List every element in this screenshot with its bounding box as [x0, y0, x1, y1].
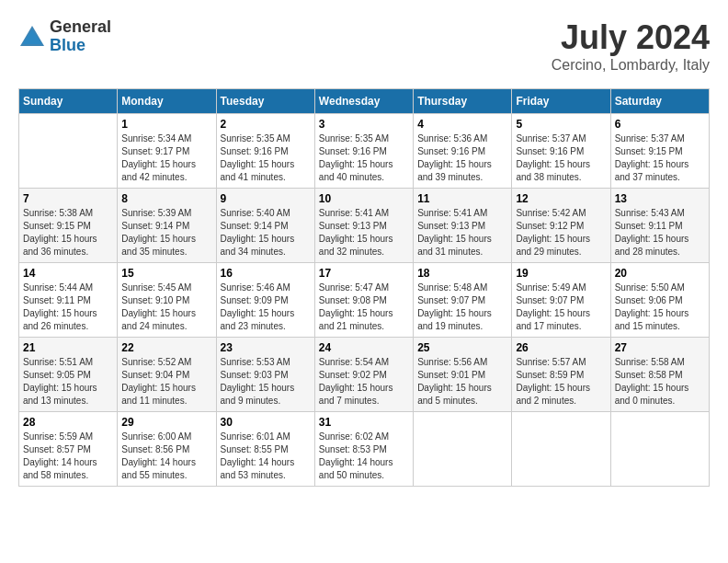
- day-info: Sunrise: 5:37 AMSunset: 9:15 PMDaylight:…: [615, 132, 705, 184]
- day-info: Sunrise: 5:58 AMSunset: 8:58 PMDaylight:…: [615, 356, 705, 408]
- table-row: 22 Sunrise: 5:52 AMSunset: 9:04 PMDaylig…: [118, 338, 216, 412]
- header: General Blue July 2024 Cercino, Lombardy…: [18, 18, 710, 74]
- header-monday: Monday: [118, 89, 216, 114]
- table-row: 7 Sunrise: 5:38 AMSunset: 9:15 PMDayligh…: [19, 189, 118, 263]
- day-info: Sunrise: 5:37 AMSunset: 9:16 PMDaylight:…: [516, 132, 606, 184]
- calendar-week-row: 7 Sunrise: 5:38 AMSunset: 9:15 PMDayligh…: [19, 189, 710, 263]
- header-tuesday: Tuesday: [216, 89, 314, 114]
- svg-marker-1: [22, 29, 42, 44]
- day-number: 24: [319, 341, 409, 354]
- table-row: 8 Sunrise: 5:39 AMSunset: 9:14 PMDayligh…: [118, 189, 216, 263]
- day-info: Sunrise: 5:39 AMSunset: 9:14 PMDaylight:…: [121, 207, 211, 259]
- logo: General Blue: [18, 18, 111, 55]
- table-row: 23 Sunrise: 5:53 AMSunset: 9:03 PMDaylig…: [216, 338, 314, 412]
- table-row: 6 Sunrise: 5:37 AMSunset: 9:15 PMDayligh…: [610, 114, 709, 189]
- day-number: 31: [319, 416, 409, 429]
- day-number: 28: [23, 416, 113, 429]
- table-row: 4 Sunrise: 5:36 AMSunset: 9:16 PMDayligh…: [414, 114, 512, 189]
- day-number: 6: [615, 118, 705, 131]
- logo-text: General Blue: [50, 18, 111, 55]
- table-row: 11 Sunrise: 5:41 AMSunset: 9:13 PMDaylig…: [414, 189, 512, 263]
- day-info: Sunrise: 5:38 AMSunset: 9:15 PMDaylight:…: [23, 207, 113, 259]
- day-info: Sunrise: 5:53 AMSunset: 9:03 PMDaylight:…: [221, 356, 311, 408]
- location-title: Cercino, Lombardy, Italy: [552, 57, 710, 74]
- calendar-week-row: 21 Sunrise: 5:51 AMSunset: 9:05 PMDaylig…: [19, 338, 710, 412]
- table-row: 13 Sunrise: 5:43 AMSunset: 9:11 PMDaylig…: [610, 189, 709, 263]
- day-info: Sunrise: 5:45 AMSunset: 9:10 PMDaylight:…: [121, 282, 211, 333]
- day-info: Sunrise: 5:59 AMSunset: 8:57 PMDaylight:…: [23, 431, 113, 482]
- day-info: Sunrise: 5:35 AMSunset: 9:16 PMDaylight:…: [319, 132, 409, 184]
- day-info: Sunrise: 5:35 AMSunset: 9:16 PMDaylight:…: [221, 132, 311, 184]
- table-row: 9 Sunrise: 5:40 AMSunset: 9:14 PMDayligh…: [216, 189, 314, 263]
- day-number: 26: [516, 341, 606, 354]
- day-info: Sunrise: 5:46 AMSunset: 9:09 PMDaylight:…: [221, 282, 311, 333]
- table-row: 30 Sunrise: 6:01 AMSunset: 8:55 PMDaylig…: [216, 412, 314, 487]
- day-number: 12: [516, 192, 606, 205]
- header-thursday: Thursday: [414, 89, 512, 114]
- header-friday: Friday: [512, 89, 610, 114]
- day-info: Sunrise: 5:40 AMSunset: 9:14 PMDaylight:…: [221, 207, 311, 259]
- day-info: Sunrise: 5:50 AMSunset: 9:06 PMDaylight:…: [615, 282, 705, 333]
- header-saturday: Saturday: [610, 89, 709, 114]
- header-sunday: Sunday: [19, 89, 118, 114]
- month-title: July 2024: [552, 18, 710, 57]
- day-info: Sunrise: 6:00 AMSunset: 8:56 PMDaylight:…: [121, 431, 211, 482]
- day-number: 13: [615, 192, 705, 205]
- table-row: 3 Sunrise: 5:35 AMSunset: 9:16 PMDayligh…: [314, 114, 413, 189]
- day-info: Sunrise: 5:41 AMSunset: 9:13 PMDaylight:…: [319, 207, 409, 259]
- day-number: 7: [23, 192, 113, 205]
- header-wednesday: Wednesday: [314, 89, 413, 114]
- day-number: 22: [121, 341, 211, 354]
- table-row: 21 Sunrise: 5:51 AMSunset: 9:05 PMDaylig…: [19, 338, 118, 412]
- table-row: [414, 412, 512, 487]
- day-info: Sunrise: 5:36 AMSunset: 9:16 PMDaylight:…: [417, 132, 507, 184]
- day-info: Sunrise: 5:42 AMSunset: 9:12 PMDaylight:…: [516, 207, 606, 259]
- day-number: 18: [417, 267, 507, 280]
- day-info: Sunrise: 5:34 AMSunset: 9:17 PMDaylight:…: [121, 132, 211, 184]
- day-number: 30: [221, 416, 311, 429]
- day-number: 4: [417, 118, 507, 131]
- table-row: 27 Sunrise: 5:58 AMSunset: 8:58 PMDaylig…: [610, 338, 709, 412]
- table-row: 16 Sunrise: 5:46 AMSunset: 9:09 PMDaylig…: [216, 263, 314, 338]
- day-info: Sunrise: 5:57 AMSunset: 8:59 PMDaylight:…: [516, 356, 606, 408]
- table-row: 15 Sunrise: 5:45 AMSunset: 9:10 PMDaylig…: [118, 263, 216, 338]
- day-number: 9: [221, 192, 311, 205]
- calendar-table: Sunday Monday Tuesday Wednesday Thursday…: [18, 88, 710, 487]
- day-number: 27: [615, 341, 705, 354]
- logo-icon: [18, 24, 46, 50]
- table-row: [19, 114, 118, 189]
- table-row: 1 Sunrise: 5:34 AMSunset: 9:17 PMDayligh…: [118, 114, 216, 189]
- day-info: Sunrise: 6:01 AMSunset: 8:55 PMDaylight:…: [221, 431, 311, 482]
- day-info: Sunrise: 6:02 AMSunset: 8:53 PMDaylight:…: [319, 431, 409, 482]
- table-row: 31 Sunrise: 6:02 AMSunset: 8:53 PMDaylig…: [314, 412, 413, 487]
- day-number: 15: [121, 267, 211, 280]
- table-row: 20 Sunrise: 5:50 AMSunset: 9:06 PMDaylig…: [610, 263, 709, 338]
- day-number: 29: [121, 416, 211, 429]
- title-section: July 2024 Cercino, Lombardy, Italy: [552, 18, 710, 74]
- table-row: 19 Sunrise: 5:49 AMSunset: 9:07 PMDaylig…: [512, 263, 610, 338]
- day-number: 11: [417, 192, 507, 205]
- table-row: [610, 412, 709, 487]
- table-row: 12 Sunrise: 5:42 AMSunset: 9:12 PMDaylig…: [512, 189, 610, 263]
- table-row: 28 Sunrise: 5:59 AMSunset: 8:57 PMDaylig…: [19, 412, 118, 487]
- table-row: 25 Sunrise: 5:56 AMSunset: 9:01 PMDaylig…: [414, 338, 512, 412]
- table-row: 26 Sunrise: 5:57 AMSunset: 8:59 PMDaylig…: [512, 338, 610, 412]
- calendar-week-row: 14 Sunrise: 5:44 AMSunset: 9:11 PMDaylig…: [19, 263, 710, 338]
- table-row: [512, 412, 610, 487]
- calendar-week-row: 28 Sunrise: 5:59 AMSunset: 8:57 PMDaylig…: [19, 412, 710, 487]
- day-number: 20: [615, 267, 705, 280]
- day-number: 3: [319, 118, 409, 131]
- calendar-week-row: 1 Sunrise: 5:34 AMSunset: 9:17 PMDayligh…: [19, 114, 710, 189]
- day-number: 14: [23, 267, 113, 280]
- day-info: Sunrise: 5:41 AMSunset: 9:13 PMDaylight:…: [417, 207, 507, 259]
- day-number: 21: [23, 341, 113, 354]
- day-number: 16: [221, 267, 311, 280]
- day-info: Sunrise: 5:56 AMSunset: 9:01 PMDaylight:…: [417, 356, 507, 408]
- table-row: 17 Sunrise: 5:47 AMSunset: 9:08 PMDaylig…: [314, 263, 413, 338]
- day-info: Sunrise: 5:43 AMSunset: 9:11 PMDaylight:…: [615, 207, 705, 259]
- table-row: 14 Sunrise: 5:44 AMSunset: 9:11 PMDaylig…: [19, 263, 118, 338]
- table-row: 10 Sunrise: 5:41 AMSunset: 9:13 PMDaylig…: [314, 189, 413, 263]
- day-info: Sunrise: 5:48 AMSunset: 9:07 PMDaylight:…: [417, 282, 507, 333]
- table-row: 24 Sunrise: 5:54 AMSunset: 9:02 PMDaylig…: [314, 338, 413, 412]
- calendar-header-row: Sunday Monday Tuesday Wednesday Thursday…: [19, 89, 710, 114]
